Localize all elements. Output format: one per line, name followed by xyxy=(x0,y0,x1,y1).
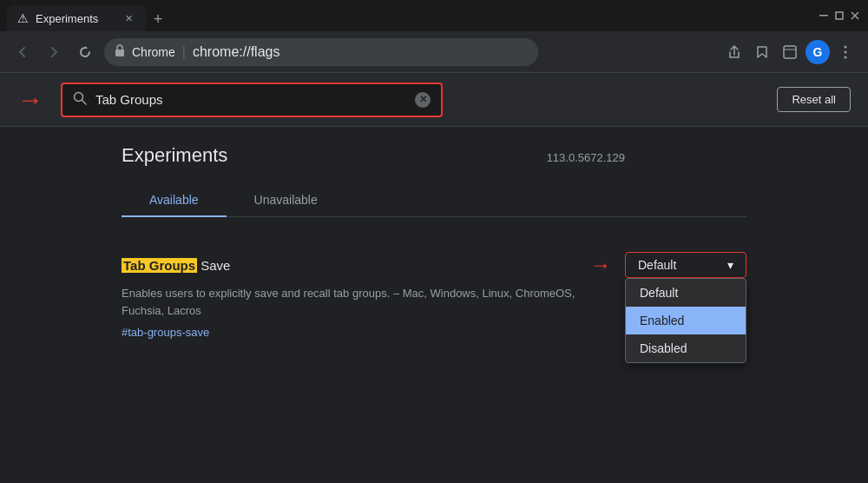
svg-rect-1 xyxy=(836,12,843,19)
svg-marker-4 xyxy=(85,46,88,49)
title-row: Experiments 113.0.5672.129 xyxy=(122,144,746,170)
close-button[interactable] xyxy=(849,10,861,22)
profile-button[interactable]: G xyxy=(806,40,830,64)
dropdown-current-value: Default xyxy=(638,258,676,272)
feature-highlight-text: Tab Groups xyxy=(122,258,197,273)
dropdown-container: Default ▾ Default Enabled Disabled xyxy=(625,252,746,278)
tab-favicon-icon: ⚠ xyxy=(17,11,29,25)
dropdown-area: → Default ▾ Default Enabled Disabled xyxy=(590,252,746,278)
titlebar: ⚠ Experiments ✕ + xyxy=(0,0,868,31)
url-path-text: chrome://flags xyxy=(193,44,279,60)
search-magnifier-icon xyxy=(73,91,87,109)
feature-title-suffix: Save xyxy=(197,258,230,273)
forward-button[interactable] xyxy=(42,40,66,64)
minimize-button[interactable] xyxy=(818,10,830,22)
back-button[interactable] xyxy=(10,40,35,64)
search-box[interactable]: Tab Groups ✕ xyxy=(61,83,443,117)
url-chrome-text: Chrome xyxy=(132,45,175,59)
svg-point-10 xyxy=(845,56,847,58)
dropdown-option-enabled[interactable]: Enabled xyxy=(626,307,746,334)
url-separator: | xyxy=(182,44,186,60)
bookmark-icon[interactable] xyxy=(750,40,774,64)
dropdown-option-disabled[interactable]: Disabled xyxy=(626,334,746,362)
chevron-down-icon: ▾ xyxy=(727,258,733,272)
feature-item: Tab Groups Save → Default ▾ Default Enab… xyxy=(122,238,746,354)
version-text: 113.0.5672.129 xyxy=(547,151,625,164)
dropdown-menu[interactable]: Default Enabled Disabled xyxy=(625,278,746,363)
svg-rect-5 xyxy=(115,50,124,56)
tab-close-button[interactable]: ✕ xyxy=(122,11,135,25)
tabs-navigation: Available Unavailable xyxy=(122,184,746,217)
maximize-button[interactable] xyxy=(833,10,845,22)
dropdown-button[interactable]: Default ▾ xyxy=(625,252,746,278)
active-tab[interactable]: ⚠ Experiments ✕ xyxy=(7,5,146,31)
url-bar[interactable]: Chrome | chrome://flags xyxy=(104,38,538,66)
svg-point-8 xyxy=(845,45,847,48)
dropdown-arrow-indicator: → xyxy=(590,253,611,277)
search-arrow-indicator: → xyxy=(17,85,43,115)
menu-icon[interactable] xyxy=(833,40,858,64)
tab-available[interactable]: Available xyxy=(122,184,227,217)
search-area: → Tab Groups ✕ Reset all xyxy=(0,73,868,127)
share-icon[interactable] xyxy=(722,40,746,64)
reset-all-button[interactable]: Reset all xyxy=(777,87,851,112)
toolbar-right: G xyxy=(722,40,858,64)
svg-rect-0 xyxy=(819,15,828,17)
search-input[interactable]: Tab Groups xyxy=(95,92,406,107)
new-tab-button[interactable]: + xyxy=(146,7,170,31)
addressbar: Chrome | chrome://flags G xyxy=(0,31,868,73)
search-clear-button[interactable]: ✕ xyxy=(415,92,431,108)
page-title: Experiments xyxy=(122,144,227,167)
feature-title-row: Tab Groups Save → Default ▾ Default Enab… xyxy=(122,252,746,278)
tabs-area: ⚠ Experiments ✕ + xyxy=(7,0,818,31)
refresh-button[interactable] xyxy=(73,40,97,64)
window-controls xyxy=(818,10,861,22)
tab-search-icon[interactable] xyxy=(778,40,802,64)
svg-line-12 xyxy=(82,100,87,104)
dropdown-option-default[interactable]: Default xyxy=(626,279,746,307)
tab-unavailable[interactable]: Unavailable xyxy=(227,184,345,217)
feature-name: Tab Groups Save xyxy=(122,258,230,273)
lock-icon xyxy=(115,44,125,59)
feature-description: Enables users to explicitly save and rec… xyxy=(122,285,590,319)
main-content: Experiments 113.0.5672.129 Available Una… xyxy=(0,127,868,354)
svg-rect-6 xyxy=(784,46,796,58)
svg-point-9 xyxy=(845,50,847,53)
tab-label: Experiments xyxy=(36,12,115,25)
feature-anchor-link[interactable]: #tab-groups-save xyxy=(122,326,209,339)
